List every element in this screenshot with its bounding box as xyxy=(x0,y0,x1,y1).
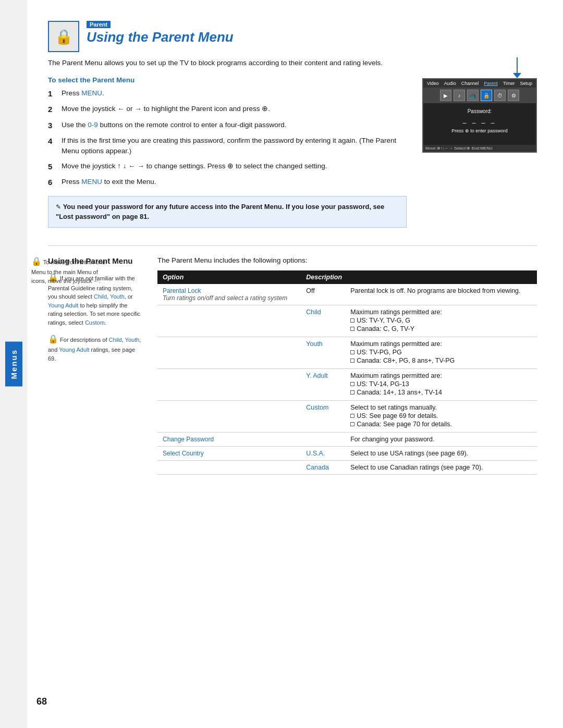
tv-arrow xyxy=(513,57,521,78)
table-header-row: Option Description xyxy=(157,270,537,284)
option-empty-5 xyxy=(157,460,301,474)
tv-bottom-bar: Move:⊕↑↓←→ Select:⊕ End:MENU xyxy=(423,145,536,152)
arrow-line xyxy=(517,57,518,73)
bullet-sq-icon xyxy=(350,318,354,323)
link-child-2[interactable]: Child xyxy=(109,337,122,343)
child-bullets: US: TV-Y, TV-G, G Canada: C, G, TV-Y xyxy=(350,317,532,332)
youth-bullets: US: TV-PG, PG Canada: C8+, PG, 8 ans+, T… xyxy=(350,349,532,364)
tv-mockup: Video Audio Channel Parent Timer Setup ▶… xyxy=(422,78,537,153)
second-section: Using the Parent Menu 🔒 If you are not f… xyxy=(48,256,537,475)
desc-off: Parental lock is off. No programs are bl… xyxy=(345,284,537,305)
table-row: Youth Maximum ratings permitted are: US:… xyxy=(157,337,537,368)
table-row: Y. Adult Maximum ratings permitted are: … xyxy=(157,368,537,400)
value-youth: Youth xyxy=(301,337,345,368)
step-5-text: Move the joystick ↑ ↓ ← → to change sett… xyxy=(62,161,407,173)
section-divider xyxy=(48,245,537,246)
step-5: 5 Move the joystick ↑ ↓ ← → to change se… xyxy=(48,161,407,173)
step-2-text: Move the joystick ← or → to highlight th… xyxy=(62,104,407,116)
tv-icon-4: 🔒 xyxy=(481,90,492,101)
bullet-item: Canada: See page 70 for details. xyxy=(350,421,532,428)
sidebar-note-icon: 🔒 xyxy=(31,257,42,266)
tv-menu-video: Video xyxy=(425,80,440,87)
desc-yadult: Maximum ratings permitted are: US: TV-14… xyxy=(345,368,537,400)
tv-password-label: Password: xyxy=(431,108,529,114)
bullet-sq-icon xyxy=(350,327,354,331)
option-select-country: Select Country xyxy=(157,446,301,460)
link-youth-2[interactable]: Youth xyxy=(125,337,140,343)
bullet-item: US: TV-PG, PG xyxy=(350,349,532,356)
bullet-sq-icon xyxy=(350,422,354,426)
value-change-password xyxy=(301,432,345,446)
bullet-sq-icon xyxy=(350,359,354,363)
value-child: Child xyxy=(301,305,345,337)
header-section: 🔒 Parent Using the Parent Menu xyxy=(48,21,537,52)
tv-menu-timer: Timer xyxy=(501,80,517,87)
bullet-sq-icon xyxy=(350,414,354,418)
second-intro: The Parent Menu includes the following o… xyxy=(157,256,537,264)
option-empty-1 xyxy=(157,305,301,337)
note-icon: ✎ xyxy=(56,203,61,211)
tv-menu-parent: Parent xyxy=(482,80,499,87)
step-4: 4 If this is the first time you are crea… xyxy=(48,135,407,157)
step-6-text: Press MENU to exit the Menu. xyxy=(62,177,407,189)
bullet-item: Canada: C8+, PG, 8 ans+, TV-PG xyxy=(350,357,532,364)
tv-press-text: Press ⊕ to enter password xyxy=(431,128,529,134)
second-right: The Parent Menu includes the following o… xyxy=(157,256,537,475)
page-number: 68 xyxy=(36,696,47,707)
second-note-icon-2: 🔒 xyxy=(48,335,58,343)
bullet-item: US: TV-Y, TV-G, G xyxy=(350,317,532,324)
link-young-adult-2[interactable]: Young Adult xyxy=(59,347,89,353)
step-6-menu: MENU xyxy=(81,178,102,186)
tv-menu-audio: Audio xyxy=(443,80,458,87)
step-4-text: If this is the first time you are creati… xyxy=(62,135,407,157)
tv-icons-row: ▶ ♪ 📺 🔒 ⏱ ⚙ xyxy=(423,88,536,103)
col-description: Description xyxy=(301,270,537,284)
bullet-sq-icon xyxy=(350,350,354,354)
link-child[interactable]: Child xyxy=(94,293,107,300)
parent-icon: 🔒 xyxy=(48,21,79,52)
custom-bullets: US: See page 69 for details. Canada: See… xyxy=(350,412,532,428)
value-custom: Custom xyxy=(301,400,345,432)
parent-badge: Parent xyxy=(87,21,111,28)
desc-youth: Maximum ratings permitted are: US: TV-PG… xyxy=(345,337,537,368)
note-bold: You need your password for any future ac… xyxy=(56,203,384,221)
option-empty-3 xyxy=(157,368,301,400)
options-table: Option Description Parental Lock Turn ra… xyxy=(157,270,537,475)
table-row: Canada Select to use Canadian ratings (s… xyxy=(157,460,537,474)
desc-canada: Select to use Canadian ratings (see page… xyxy=(345,460,537,474)
page-title: Using the Parent Menu xyxy=(87,29,234,45)
link-youth[interactable]: Youth xyxy=(110,293,125,300)
tv-icon-2: ♪ xyxy=(454,90,465,101)
step-6-num: 6 xyxy=(48,177,57,189)
table-row: Custom Select to set ratings manually. U… xyxy=(157,400,537,432)
step-4-num: 4 xyxy=(48,135,57,157)
step-6: 6 Press MENU to exit the Menu. xyxy=(48,177,407,189)
sidebar-note-text: To move from within one Menu to the main… xyxy=(31,259,105,284)
tv-screen-area: Video Audio Channel Parent Timer Setup ▶… xyxy=(422,57,537,235)
tv-bottom-text: Move:⊕↑↓←→ Select:⊕ End:MENU xyxy=(425,146,493,151)
option-change-password: Change Password xyxy=(157,432,301,446)
step-2: 2 Move the joystick ← or → to highlight … xyxy=(48,104,407,116)
col-option: Option xyxy=(157,270,301,284)
step-3-09: 0-9 xyxy=(88,121,98,129)
link-young-adult[interactable]: Young Adult xyxy=(48,302,78,309)
sidebar: Menus xyxy=(0,0,27,728)
option-parental-lock-sub: Turn ratings on/off and select a rating … xyxy=(163,294,287,302)
bullet-sq-icon xyxy=(350,382,354,386)
bullet-item: US: TV-14, PG-13 xyxy=(350,380,532,388)
desc-custom: Select to set ratings manually. US: See … xyxy=(345,400,537,432)
table-row: Select Country U.S.A. Select to use USA … xyxy=(157,446,537,460)
option-empty-4 xyxy=(157,400,301,432)
step-1-menu: MENU xyxy=(81,89,102,97)
subsection-heading: To select the Parent Menu xyxy=(48,76,407,84)
tv-menu-channel: Channel xyxy=(460,80,481,87)
step-5-num: 5 xyxy=(48,161,57,173)
bullet-item: Canada: C, G, TV-Y xyxy=(350,325,532,332)
tv-icon-1: ▶ xyxy=(440,90,451,101)
second-note-2: 🔒 For descriptions of Child, Youth, and … xyxy=(48,333,142,363)
desc-child: Maximum ratings permitted are: US: TV-Y,… xyxy=(345,305,537,337)
step-2-num: 2 xyxy=(48,104,57,116)
link-custom[interactable]: Custom xyxy=(85,319,105,326)
table-row: Parental Lock Turn ratings on/off and se… xyxy=(157,284,537,305)
value-usa: U.S.A. xyxy=(301,446,345,460)
